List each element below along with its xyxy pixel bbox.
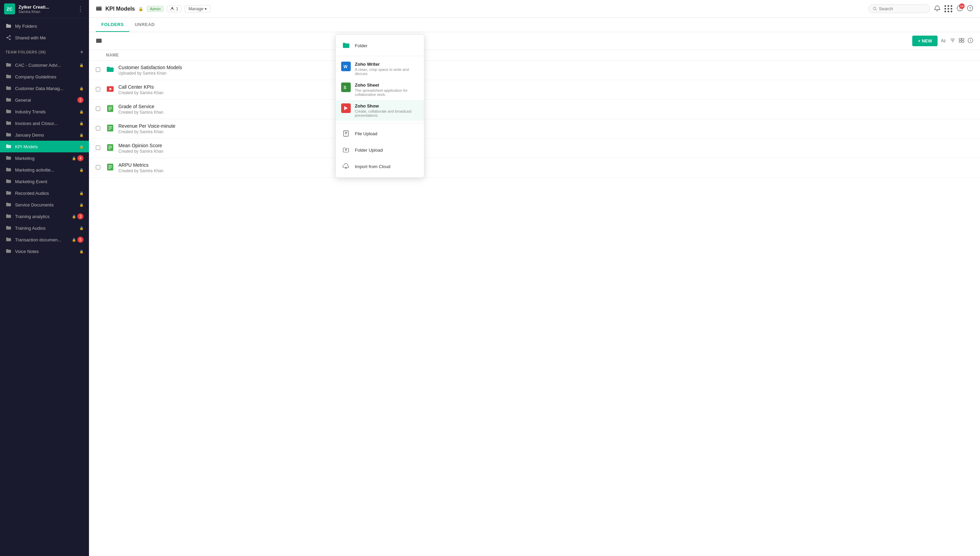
row-checkbox[interactable] [96,87,100,91]
search-box[interactable] [869,5,930,13]
sidebar-item-transaction-documents[interactable]: Transaction documen... 🔒 5 [0,234,89,246]
dropdown-item-zoho-show[interactable]: Zoho Show Create, collaborate and broadc… [336,100,424,121]
sidebar-item-general[interactable]: General 2 [0,94,89,106]
zoho-show-icon [341,103,351,113]
row-name: Grade of Service [118,104,973,109]
view-toggle-icon[interactable] [959,38,964,44]
sidebar-item-label: Marketing activitie... [15,167,78,173]
row-checkbox[interactable] [96,145,100,150]
unread-badge: 2 [77,97,84,103]
folder-icon [5,108,11,115]
row-checkbox[interactable] [96,107,100,111]
svg-point-2 [6,37,8,38]
sidebar-item-training-audios[interactable]: Training Audios 🔒 [0,222,89,234]
filter-icon[interactable] [950,38,955,44]
sidebar-item-label: Marketing [15,156,71,161]
folder-icon [5,225,11,231]
sidebar-item-marketing-event[interactable]: Marketing Event [0,176,89,187]
sidebar-item-cac[interactable]: CAC - Customer Advi... 🔒 [0,59,89,71]
bell-button[interactable] [934,5,940,13]
manage-button[interactable]: Manage ▾ [185,5,210,13]
add-team-folder-button[interactable]: + [80,49,84,55]
folder-icon [5,120,11,126]
dropdown-item-desc: The spreadsheet application for collabor… [355,88,419,97]
row-checkbox[interactable] [96,165,100,170]
sidebar-item-invoices[interactable]: Invoices and Closur... 🔒 [0,118,89,129]
table-row[interactable]: Call Center KPIs Created by Samira Khan [89,80,980,100]
svg-rect-20 [959,41,961,42]
folder-upload-icon [341,145,351,155]
svg-point-6 [171,7,173,9]
new-button[interactable]: + NEW [912,36,938,46]
folder-icon [5,23,11,29]
breadcrumb-folder-icon[interactable] [96,37,102,45]
sidebar-more-button[interactable]: ⋮ [76,4,85,14]
team-folders-header: TEAM FOLDERS (38) + [0,45,89,57]
dropdown-item-title: Zoho Sheet [355,82,419,88]
topbar-left: KPI Models 🔒 Admin 1 Manage ▾ [96,5,869,13]
sidebar-item-company-guidelines[interactable]: Company Guidelines [0,71,89,82]
table-row[interactable]: ARPU Metrics Created by Samira Khan [89,158,980,178]
dropdown-divider [336,123,424,123]
sidebar-item-voice-notes[interactable]: Voice Notes 🔒 [0,246,89,257]
table-row[interactable]: Grade of Service Created by Samira Khan [89,100,980,119]
unread-badge: 3 [77,213,84,220]
tab-folders[interactable]: FOLDERS [96,18,129,32]
page-title: KPI Models [105,6,135,12]
sidebar-item-marketing[interactable]: Marketing 🔒 4 [0,152,89,164]
sidebar-item-january-demo[interactable]: January Demo 🔒 [0,129,89,141]
sidebar-item-recorded-audios[interactable]: Recorded Audios 🔒 [0,187,89,199]
dropdown-item-import-cloud[interactable]: Import from Cloud [336,158,424,175]
sidebar-item-training-analytics[interactable]: Training analytics 🔒 3 [0,210,89,222]
row-checkbox[interactable] [96,126,100,131]
apps-grid-button[interactable] [945,5,953,12]
toolbar-right: + NEW Az [912,36,973,46]
svg-line-8 [876,10,877,11]
table-row[interactable]: Mean Opinion Score Created by Samira Kha… [89,139,980,158]
sidebar-item-marketing-activities[interactable]: Marketing activitie... 🔒 [0,164,89,176]
sidebar-item-customer-data[interactable]: Customer Data Manag... 🔒 [0,82,89,94]
notifications-button[interactable]: ✓ 54 [957,5,963,13]
folder-icon [5,155,11,161]
row-checkbox[interactable] [96,68,100,72]
table-row[interactable]: Revenue Per Voice-minute Created by Sami… [89,119,980,139]
file-table: Customer Satisfaction Models Uploaded by… [89,61,980,556]
folder-icon [5,213,11,220]
svg-text:S: S [343,85,346,90]
dropdown-divider [336,56,424,56]
sidebar-item-kpi-models[interactable]: KPI Models 🔒 [0,141,89,152]
help-button[interactable]: ? [967,5,973,13]
sort-icon[interactable]: Az [941,38,946,44]
dropdown-item-zoho-sheet[interactable]: S Zoho Sheet The spreadsheet application… [336,79,424,100]
dropdown-item-file-upload[interactable]: File Upload [336,125,424,142]
member-badge: 1 [167,5,181,12]
dropdown-item-title: Zoho Show [355,103,419,108]
sidebar-item-industry-trends[interactable]: Industry Trends 🔒 [0,106,89,118]
file-icon [106,85,118,94]
search-input[interactable] [879,6,925,11]
sidebar-item-label: Marketing Event [15,179,84,184]
dropdown-item-label: Folder [355,43,368,48]
folder-icon [5,248,11,254]
svg-point-0 [9,35,11,37]
dropdown-item-label: Import from Cloud [355,164,390,169]
file-upload-icon [341,129,351,138]
folder-icon [5,178,11,184]
dropdown-item-title: Zoho Writer [355,61,419,67]
sidebar-item-shared-with-me[interactable]: Shared with Me [0,32,89,44]
svg-rect-13 [96,39,102,43]
dropdown-item-folder-upload[interactable]: Folder Upload [336,142,424,158]
file-icon [106,144,118,153]
dropdown-item-zoho-writer[interactable]: W Zoho Writer A clean, crisp space to wr… [336,58,424,79]
table-row[interactable]: Customer Satisfaction Models Uploaded by… [89,61,980,80]
dropdown-item-folder[interactable]: Folder [336,37,424,54]
sidebar-item-label: Shared with Me [15,35,84,40]
sidebar-item-my-folders[interactable]: My Folders [0,20,89,32]
sidebar-item-service-documents[interactable]: Service Documents 🔒 [0,199,89,210]
row-name: Mean Opinion Score [118,143,973,148]
dropdown-item-desc: Create, collaborate and broadcast presen… [355,109,419,118]
info-icon[interactable] [968,38,973,44]
tab-unread[interactable]: UNREAD [129,18,161,32]
new-dropdown-menu: Folder W Zoho Writer A clean, crisp spac… [335,34,424,178]
team-folders-label: TEAM FOLDERS (38) [5,50,46,54]
